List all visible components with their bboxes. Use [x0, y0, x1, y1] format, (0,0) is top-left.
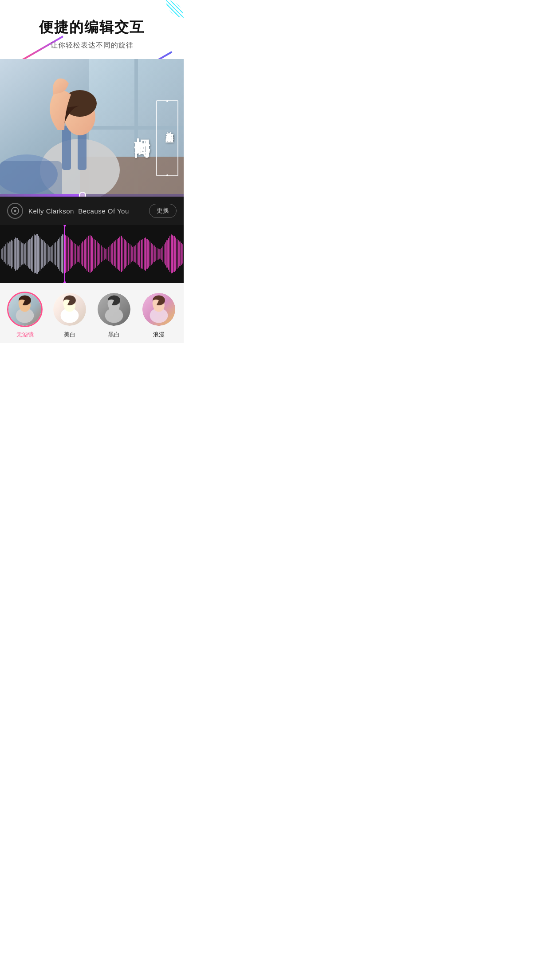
waveform-bar: [178, 240, 179, 268]
waveform-bar: [150, 241, 150, 266]
waveform-bar: [85, 239, 86, 269]
waveform-bar: [58, 239, 59, 269]
waveform-bar: [159, 249, 160, 259]
filter-svg-white: [53, 293, 86, 326]
waveform-bar: [144, 238, 145, 270]
waveform-bar: [177, 239, 177, 269]
waveform-bar: [72, 241, 73, 266]
waveform-bar: [117, 239, 118, 269]
waveform-bar: [48, 245, 49, 262]
waveform-bar: [70, 239, 71, 269]
waveform-bar: [74, 243, 75, 265]
waveform-bar: [5, 244, 6, 264]
waveform-bar: [79, 245, 80, 263]
filter-svg-original: [8, 293, 41, 326]
video-overlay-side: 放在相册里: [164, 126, 175, 130]
waveform-bar: [134, 246, 134, 262]
filter-svg-romantic: [142, 293, 175, 326]
waveform-bar: [171, 234, 172, 273]
playhead[interactable]: [64, 225, 65, 283]
music-change-button[interactable]: 更换: [149, 204, 177, 218]
filter-thumb-romantic[interactable]: [141, 292, 177, 327]
waveform-bar: [91, 236, 92, 272]
waveform-bar: [14, 239, 15, 269]
filter-item-romantic[interactable]: 浪漫: [138, 292, 180, 339]
waveform-bar: [29, 239, 30, 269]
waveform-bar: [25, 243, 26, 265]
waveform-bar: [181, 243, 182, 265]
waveform-bar: [59, 237, 60, 271]
waveform-bar: [18, 240, 19, 269]
filter-item-original[interactable]: 无滤镜: [4, 292, 46, 339]
filter-thumb-white[interactable]: [52, 292, 87, 327]
waveform-bar: [34, 234, 35, 273]
header: 便捷的编辑交互 让你轻松表达不同的旋律: [0, 0, 184, 59]
waveform-bar: [131, 245, 132, 262]
filter-item-bw[interactable]: 黑白: [94, 292, 135, 339]
waveform-bar: [94, 239, 94, 269]
waveform-bar: [54, 243, 55, 265]
waveform-bar: [61, 236, 62, 272]
waveform-bar: [8, 243, 9, 265]
waveform-bar: [121, 236, 122, 272]
waveform-bar: [153, 245, 154, 262]
waveform-bar: [55, 242, 56, 266]
waveform-bar: [152, 244, 153, 264]
waveform-bar: [16, 238, 17, 270]
waveform-bar: [125, 240, 126, 268]
waveform-bar: [57, 241, 58, 267]
waveform-bar: [45, 243, 46, 265]
waveform-bar: [155, 247, 156, 261]
video-progress-bar[interactable]: [0, 194, 184, 197]
waveform-bar: [95, 240, 96, 268]
video-overlay-main: 把时间: [131, 125, 153, 130]
video-container[interactable]: 把时间 放在相册里: [0, 59, 184, 197]
waveform-bar: [9, 241, 10, 266]
waveform-bar: [62, 234, 63, 273]
waveform-bar: [122, 237, 123, 271]
waveform-bar: [168, 238, 169, 270]
waveform-bar: [81, 243, 82, 265]
video-progress-fill: [0, 194, 83, 197]
waveform-bar: [173, 236, 174, 272]
filter-preview-original: [8, 293, 41, 326]
waveform-bar: [115, 240, 116, 268]
filter-thumb-bw[interactable]: [96, 292, 132, 327]
waveform-bar: [141, 240, 142, 269]
waveform-bar: [15, 237, 16, 271]
filter-item-white[interactable]: 美白: [49, 292, 91, 339]
waveform-bar: [84, 240, 85, 268]
waveform-bar: [128, 243, 129, 265]
waveform-bar: [172, 235, 173, 273]
waveform-bar: [130, 244, 130, 264]
filter-thumb-original[interactable]: [7, 292, 43, 327]
waveform-bar: [135, 245, 136, 263]
filter-label-bw: 黑白: [108, 331, 120, 339]
waveform-bar: [169, 236, 170, 272]
waveform-bar: [75, 244, 76, 264]
waveform-bar: [2, 248, 3, 260]
waveform-bar: [145, 237, 146, 271]
waveform-bar: [1, 249, 2, 259]
waveform-bar: [146, 239, 147, 269]
waveform-bar: [24, 244, 25, 264]
waveform-bar: [90, 235, 91, 273]
waveform-canvas: [1, 225, 183, 283]
waveform-bar: [126, 241, 127, 266]
waveform-bar: [98, 243, 99, 265]
video-progress-thumb[interactable]: [79, 192, 86, 197]
waveform-bar: [139, 241, 140, 267]
waveform-bar: [20, 241, 20, 267]
waveform-section[interactable]: [0, 225, 184, 283]
filter-label-original: 无滤镜: [16, 331, 34, 339]
waveform-bar: [42, 240, 43, 268]
waveform-bar: [82, 241, 83, 266]
waveform-bar: [4, 246, 4, 262]
waveform-bar: [7, 242, 8, 266]
waveform-bar: [137, 243, 138, 265]
waveform-bar: [99, 244, 100, 264]
waveform-bar: [165, 242, 166, 266]
music-bar: Kelly Clarkson Because Of You 更换: [0, 197, 184, 225]
waveform-bar: [179, 241, 180, 266]
waveform-bar: [102, 247, 103, 261]
